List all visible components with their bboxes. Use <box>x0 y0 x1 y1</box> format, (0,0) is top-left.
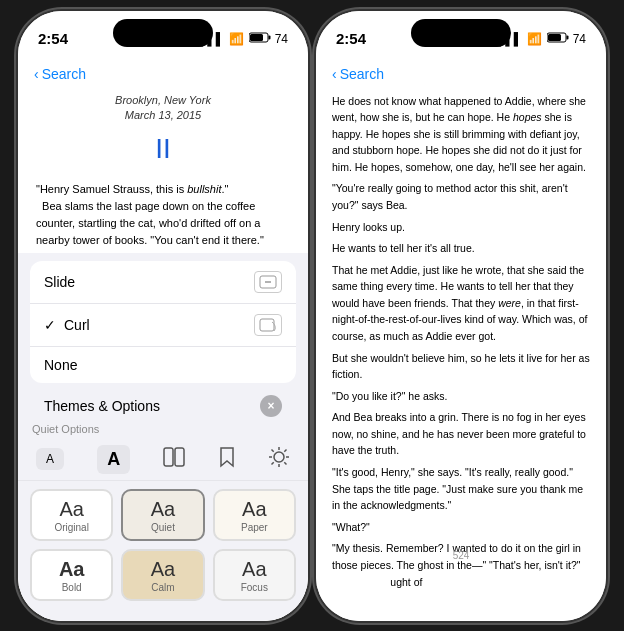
right-screen: 2:54 ▌▌▌ 📶 74 ‹ <box>316 11 606 621</box>
right-para-11: "My thesis. Remember? I wanted to do it … <box>332 540 590 590</box>
svg-line-14 <box>284 449 286 451</box>
right-para-7: "Do you like it?" he asks. <box>332 388 590 405</box>
book-content-right: He does not know what happened to Addie,… <box>316 93 606 593</box>
battery-indicator-right: 74 <box>547 32 586 46</box>
right-para-8: And Bea breaks into a grin. There is no … <box>332 409 590 459</box>
book-header: Brooklyn, New YorkMarch 13, 2015 II <box>36 93 290 171</box>
toolbar-row: A A <box>18 439 308 481</box>
svg-line-15 <box>271 462 273 464</box>
svg-line-12 <box>271 449 273 451</box>
bookmark-button[interactable] <box>219 446 235 473</box>
theme-quiet-aa: Aa <box>151 499 175 519</box>
theme-focus-aa: Aa <box>242 559 266 579</box>
back-button-right[interactable]: ‹ Search <box>332 66 384 82</box>
svg-rect-4 <box>260 319 274 331</box>
chevron-left-icon: ‹ <box>34 66 39 82</box>
dynamic-island-right <box>411 19 511 47</box>
back-label-right: Search <box>340 66 384 82</box>
wifi-icon: 📶 <box>229 32 244 46</box>
curl-icon <box>254 314 282 336</box>
theme-calm-name: Calm <box>151 582 174 593</box>
right-para-3: Henry looks up. <box>332 219 590 236</box>
themes-title: Themes & Options <box>44 398 160 414</box>
right-para-10: "What?" <box>332 519 590 536</box>
theme-bold-name: Bold <box>62 582 82 593</box>
svg-line-13 <box>284 462 286 464</box>
theme-original-aa: Aa <box>59 499 83 519</box>
right-para-2: "You're really going to method actor thi… <box>332 180 590 213</box>
nav-bar-left: ‹ Search <box>18 55 308 93</box>
wifi-icon-right: 📶 <box>527 32 542 46</box>
theme-paper[interactable]: Aa Paper <box>213 489 296 541</box>
svg-rect-2 <box>250 34 263 41</box>
font-small-button[interactable]: A <box>36 448 64 470</box>
back-label-left: Search <box>42 66 86 82</box>
svg-point-7 <box>274 452 284 462</box>
themes-header: Themes & Options × <box>30 389 296 423</box>
brightness-button[interactable] <box>268 446 290 473</box>
right-para-4: He wants to tell her it's all true. <box>332 240 590 257</box>
nav-bar-right: ‹ Search <box>316 55 606 93</box>
theme-paper-aa: Aa <box>242 499 266 519</box>
phones-container: 2:54 ▌▌▌ 📶 74 ‹ <box>10 3 614 629</box>
svg-rect-6 <box>175 448 184 466</box>
battery-indicator: 74 <box>249 32 288 46</box>
svg-rect-5 <box>164 448 173 466</box>
slide-option-slide[interactable]: Slide <box>30 261 296 304</box>
right-para-6: But she wouldn't believe him, so he lets… <box>332 350 590 383</box>
chevron-left-icon-right: ‹ <box>332 66 337 82</box>
right-para-9: "It's good, Henry," she says. "It's real… <box>332 464 590 514</box>
slide-label: Slide <box>44 274 75 290</box>
curl-label: ✓ Curl <box>44 317 90 333</box>
svg-rect-18 <box>548 34 561 41</box>
columns-button[interactable] <box>163 447 185 472</box>
time-right: 2:54 <box>336 30 366 47</box>
right-para-5: That he met Addie, just like he wrote, t… <box>332 262 590 345</box>
none-label: None <box>44 357 77 373</box>
theme-bold-aa: Aa <box>59 559 85 579</box>
svg-rect-1 <box>269 35 271 39</box>
themes-grid: Aa Original Aa Quiet Aa Paper Aa Bold <box>18 489 308 609</box>
left-screen: 2:54 ▌▌▌ 📶 74 ‹ <box>18 11 308 621</box>
book-location: Brooklyn, New YorkMarch 13, 2015 <box>36 93 290 124</box>
left-phone: 2:54 ▌▌▌ 📶 74 ‹ <box>18 11 308 621</box>
theme-calm-aa: Aa <box>151 559 175 579</box>
theme-calm[interactable]: Aa Calm <box>121 549 204 601</box>
theme-paper-name: Paper <box>241 522 268 533</box>
theme-quiet-name: Quiet <box>151 522 175 533</box>
chapter-number: II <box>36 127 290 170</box>
theme-focus[interactable]: Aa Focus <box>213 549 296 601</box>
theme-quiet[interactable]: Aa Quiet <box>121 489 204 541</box>
right-para-1: He does not know what happened to Addie,… <box>332 93 590 176</box>
theme-focus-name: Focus <box>241 582 268 593</box>
time-left: 2:54 <box>38 30 68 47</box>
theme-bold[interactable]: Aa Bold <box>30 549 113 601</box>
close-icon: × <box>267 399 274 413</box>
bottom-panel: Slide ✓ Curl None <box>18 253 308 621</box>
right-phone: 2:54 ▌▌▌ 📶 74 ‹ <box>316 11 606 621</box>
theme-original[interactable]: Aa Original <box>30 489 113 541</box>
theme-original-name: Original <box>54 522 88 533</box>
slide-icon <box>254 271 282 293</box>
checkmark-icon: ✓ <box>44 317 56 333</box>
back-button-left[interactable]: ‹ Search <box>34 66 86 82</box>
slide-option-none[interactable]: None <box>30 347 296 383</box>
font-large-button[interactable]: A <box>97 445 130 474</box>
quiet-options-label: Quiet Options <box>18 423 308 439</box>
slide-options: Slide ✓ Curl None <box>30 261 296 383</box>
page-number: 524 <box>453 550 470 561</box>
close-button[interactable]: × <box>260 395 282 417</box>
svg-rect-17 <box>567 35 569 39</box>
slide-option-curl[interactable]: ✓ Curl <box>30 304 296 347</box>
dynamic-island-left <box>113 19 213 47</box>
